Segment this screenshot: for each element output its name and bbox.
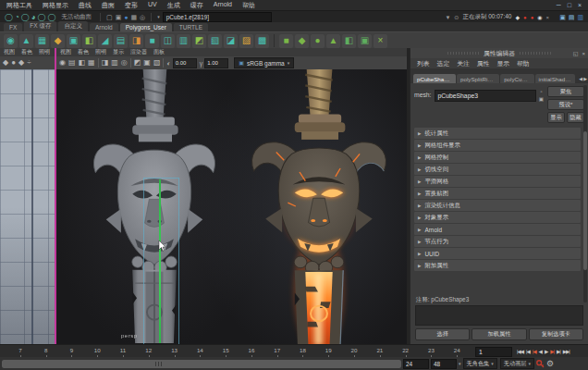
- shelf-tool-icon[interactable]: ▤: [114, 34, 128, 48]
- shelf-tool-icon[interactable]: ■: [145, 34, 159, 48]
- menu-item[interactable]: 曲面: [102, 1, 115, 10]
- playback-button[interactable]: |◀: [532, 349, 537, 354]
- gamma-field[interactable]: 1.00: [204, 58, 228, 68]
- ae-menu-item[interactable]: 显示: [496, 59, 509, 68]
- recorder-icon[interactable]: ●: [531, 15, 534, 20]
- ae-node-tab[interactable]: polySplitRing3: [457, 74, 499, 83]
- panel-menu-item[interactable]: 面板: [153, 48, 165, 56]
- recorder-icon[interactable]: ▼: [445, 15, 450, 20]
- attribute-section-header[interactable]: ▶ 平滑网格: [414, 176, 581, 187]
- hide-button[interactable]: 隐藏: [567, 112, 584, 123]
- menu-item[interactable]: 曲线: [79, 1, 92, 10]
- shelf-tool-icon[interactable]: ▦: [35, 34, 49, 48]
- panel-menu-item[interactable]: 照明: [39, 48, 50, 56]
- snap-icon[interactable]: ◯: [38, 14, 46, 21]
- snap-icon[interactable]: ◕: [31, 14, 36, 21]
- panel-toolbar-icon[interactable]: ◆: [3, 59, 8, 67]
- attribute-section-header[interactable]: ▶ 节点行为: [414, 236, 581, 247]
- playback-button[interactable]: ◀: [538, 349, 543, 354]
- ae-node-tab[interactable]: initialShading: [535, 74, 575, 83]
- shelf-tool-icon[interactable]: ▲: [19, 34, 33, 48]
- viewport-toolbar-icon[interactable]: ◨: [102, 59, 109, 67]
- history-icon[interactable]: ▦: [130, 14, 137, 20]
- panel-toolbar-icon[interactable]: ÷: [27, 59, 31, 67]
- attribute-section-header[interactable]: ▶ 网格组件显示: [414, 140, 581, 151]
- shelf-tool-icon[interactable]: ▥: [177, 34, 190, 48]
- viewport-toolbar-icon[interactable]: ◧: [79, 59, 86, 67]
- focus-button[interactable]: 聚焦: [547, 86, 584, 97]
- shelf-tool-icon[interactable]: ▣: [67, 34, 80, 48]
- history-icon[interactable]: ●: [124, 14, 128, 20]
- window-control-icon[interactable]: ─: [557, 2, 561, 8]
- shelf-tool-icon[interactable]: ◆: [295, 34, 309, 48]
- menu-item[interactable]: Arnold: [214, 1, 232, 10]
- viewport-toolbar-icon[interactable]: ◎: [121, 59, 128, 67]
- workspace-icon[interactable]: ▤: [569, 14, 575, 20]
- shelf-tool-icon[interactable]: ▲: [326, 34, 340, 48]
- lava-sword-model[interactable]: [241, 69, 397, 344]
- exposure-field[interactable]: 0.00: [173, 58, 197, 68]
- attribute-section-header[interactable]: ▶ 对象显示: [414, 212, 581, 223]
- playback-button[interactable]: ▶|: [556, 349, 561, 354]
- live-surface-label[interactable]: 无活动曲面: [62, 13, 92, 21]
- panel-menu-item[interactable]: 视图: [4, 48, 15, 56]
- current-frame-field[interactable]: 1: [475, 347, 512, 357]
- shelf-tab[interactable]: Polygons_User: [120, 23, 172, 31]
- viewport-toolbar-icon[interactable]: [130, 58, 131, 68]
- shelf-tool-icon[interactable]: [274, 34, 275, 47]
- panel-menu-item[interactable]: 视图: [60, 48, 71, 56]
- shelf-tool-icon[interactable]: ◉: [4, 34, 18, 48]
- ae-footer-button[interactable]: 选择: [415, 328, 470, 340]
- recorder-icon[interactable]: ●: [523, 15, 527, 20]
- attribute-section-header[interactable]: ▶ 渲染统计信息: [414, 200, 581, 211]
- shelf-tool-icon[interactable]: ×: [374, 34, 387, 48]
- shelf-tool-icon[interactable]: ▧: [208, 34, 222, 48]
- workspace-icon[interactable]: ▥: [577, 14, 583, 20]
- range-slider[interactable]: [2, 360, 401, 368]
- selection-field[interactable]: pCube1.e[2819]: [163, 12, 272, 22]
- shelf-tab[interactable]: 自定义: [58, 21, 88, 31]
- shelf-tool-icon[interactable]: ▣: [358, 34, 372, 48]
- chevron-down-icon[interactable]: ▾: [157, 15, 160, 19]
- scrollbar-thumb[interactable]: [583, 131, 587, 270]
- viewport-toolbar-icon[interactable]: ▧: [153, 59, 161, 67]
- ae-menu-item[interactable]: 关注: [457, 59, 470, 68]
- presets-button[interactable]: 预设*: [547, 99, 584, 110]
- panel-toolbar-icon[interactable]: ●: [11, 59, 16, 67]
- panel-menu-item[interactable]: 照明: [95, 48, 106, 56]
- drag-grip[interactable]: [447, 52, 479, 55]
- attribute-section-header[interactable]: ▶ 置换贴图: [414, 188, 581, 199]
- panel-menu-item[interactable]: 着色: [21, 48, 32, 56]
- gamma-icon[interactable]: γ: [200, 60, 203, 67]
- frame-ticks[interactable]: 789101112131415161718192021222324: [0, 345, 470, 358]
- shelf-tab[interactable]: Arnold: [90, 23, 118, 31]
- snap-icon[interactable]: ◔: [15, 14, 19, 21]
- exposure-icon[interactable]: ◐: [166, 60, 170, 67]
- shelf-tool-icon[interactable]: ●: [311, 34, 325, 48]
- viewport-toolbar-icon[interactable]: ◉: [59, 59, 66, 67]
- attribute-section-header[interactable]: ▶ 切线空间: [414, 164, 581, 175]
- menu-item[interactable]: UV: [148, 1, 157, 10]
- window-control-icon[interactable]: □: [568, 2, 571, 8]
- panel-menu-item[interactable]: 显示: [113, 48, 124, 56]
- snap-icon[interactable]: ◯: [5, 14, 13, 21]
- node-name-field[interactable]: pCubeShape3: [435, 90, 536, 102]
- snap-icon[interactable]: ◯: [21, 14, 30, 21]
- panel-menu-item[interactable]: 着色: [78, 48, 89, 56]
- shelf-tool-icon[interactable]: ◨: [129, 34, 143, 48]
- recorder-icon[interactable]: ×: [546, 15, 550, 20]
- auto-key-icon[interactable]: [536, 360, 545, 368]
- viewport-toolbar-icon[interactable]: ▤: [68, 59, 76, 67]
- viewport-toolbar-icon[interactable]: [163, 58, 164, 68]
- shelf-tool-icon[interactable]: ◆: [51, 34, 65, 48]
- playback-button[interactable]: ▶|: [549, 349, 555, 354]
- history-icon[interactable]: ▣: [116, 14, 122, 20]
- viewport-canvas[interactable]: persp: [56, 69, 407, 344]
- shelf-tool-icon[interactable]: ■: [279, 34, 293, 48]
- grid-view[interactable]: [0, 69, 55, 344]
- attribute-section-header[interactable]: ▶ Arnold: [414, 224, 581, 235]
- ae-node-tab[interactable]: pCubeShape3: [413, 74, 456, 83]
- menu-item[interactable]: 变形: [125, 1, 138, 10]
- viewport-toolbar-icon[interactable]: [98, 58, 99, 68]
- menu-item[interactable]: 网格显示: [43, 1, 68, 10]
